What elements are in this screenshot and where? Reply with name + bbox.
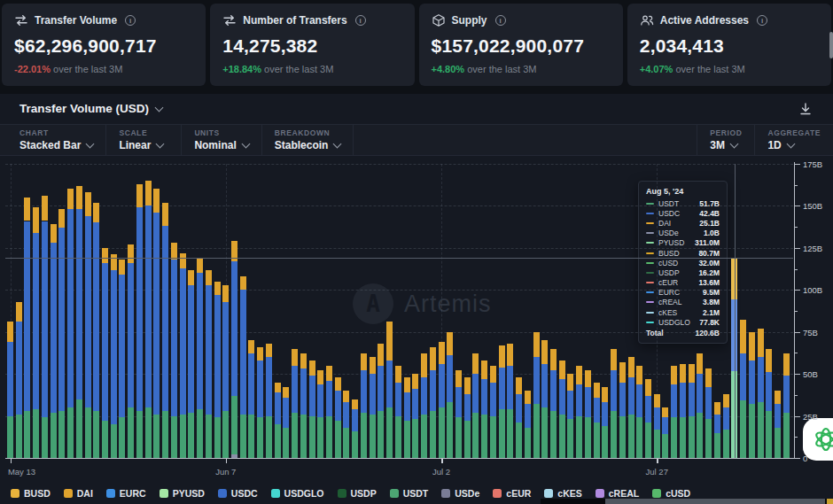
legend-item-ceur[interactable]: cEUR [493,488,531,499]
delta-percent: +4.07% [640,64,673,74]
series-color-dash [646,322,654,323]
legend-item-ckes[interactable]: cKES [544,488,581,499]
tooltip-series-name: USDP [658,268,698,277]
legend-label: PYUSD [173,488,205,499]
control-units[interactable]: UNITSNominal [182,125,261,155]
stat-card-delta: +4.80% over the last 3M [432,64,611,74]
info-icon[interactable]: i [125,15,136,26]
legend-item-usdc[interactable]: USDC [218,488,258,499]
delta-percent: +18.84% [222,64,261,74]
legend-label: BUSD [24,488,51,499]
tooltip-row-usdglo: USDGLO77.8K [646,317,720,327]
info-icon[interactable]: i [757,15,767,26]
vertical-scrollbar-thumb[interactable] [829,32,833,58]
tooltip-row-usde: USDe1.0B [646,229,720,238]
control-value: Linear [119,139,168,151]
tooltip-series-name: cREAL [658,298,703,306]
info-icon[interactable]: i [355,15,366,26]
tooltip-total-row: Total 120.6B [646,328,720,338]
legend-item-usde[interactable]: USDe [441,488,479,499]
transfer-arrows-icon [14,13,28,27]
horizontal-scrollbar-track[interactable] [541,499,833,504]
tooltip-series-value: 42.4B [699,209,720,218]
legend-label: USDe [455,488,479,499]
tooltip-series-value: 77.8K [699,318,720,327]
legend-label: cKES [557,488,581,499]
legend-label: cUSD [666,488,690,499]
legend-swatch [160,489,168,498]
download-button[interactable] [798,101,814,117]
control-aggregate[interactable]: AGGREGATE1D [754,125,833,155]
stat-card-title: Supply [452,14,487,27]
stat-card-value: $157,022,900,077 [432,35,611,57]
legend-item-usdt[interactable]: USDT [390,488,429,499]
control-label: BREAKDOWN [275,128,341,137]
series-color-dash [646,203,654,205]
tooltip-row-dai: DAI25.1B [646,218,720,228]
tooltip-series-name: BUSD [658,249,698,258]
chart-tooltip: Aug 5, '24 USDT51.7BUSDC42.4BDAI25.1BUSD… [638,181,728,344]
legend-item-creal[interactable]: cREAL [596,488,639,499]
legend-item-dai[interactable]: DAI [64,488,93,499]
chevron-down-icon [786,140,795,149]
tooltip-row-creal: cREAL3.8M [646,298,720,307]
legend-item-usdglo[interactable]: USDGLO [271,488,324,499]
tooltip-row-eurc: EURC9.5M [646,288,720,298]
package-icon [432,13,446,27]
legend-item-cusd[interactable]: cUSD [652,488,690,499]
tooltip-row-usdp: USDP16.2M [646,268,720,277]
series-color-dash [646,262,654,264]
tooltip-total-value: 120.6B [696,329,720,337]
legend-label: cREAL [609,488,639,499]
stat-card-title: Active Addresses [660,14,749,27]
legend-swatch [271,489,280,498]
stat-card-delta: +4.07% over the last 3M [640,64,819,74]
legend-label: EURC [120,488,146,499]
stat-card-transfer-volume: Transfer Volumei$62,296,900,717-22.01% o… [2,4,206,86]
stat-card-header: Supplyi [432,13,611,27]
tooltip-total-label: Total [646,329,696,337]
stat-card-supply: Supplyi$157,022,900,077+4.80% over the l… [419,4,623,86]
artemis-dashboard: Transfer Volumei$62,296,900,717-22.01% o… [0,0,833,504]
control-selected-value: Nominal [194,139,236,151]
series-color-dash [646,272,654,274]
info-icon[interactable]: i [495,15,506,26]
legend-label: USDC [231,488,258,499]
control-value: 1D [767,139,821,151]
control-chart[interactable]: CHARTStacked Bar [0,125,106,155]
legend-item-pyusd[interactable]: PYUSD [160,488,205,499]
series-color-dash [646,312,654,314]
chevron-down-icon [156,140,165,149]
tooltip-row-busd: BUSD80.7M [646,248,720,258]
metric-selector[interactable]: Transfer Volume (USD) [19,102,162,115]
legend-swatch [218,489,227,498]
stat-card-active-addresses: Active Addressesi2,034,413+4.07% over th… [627,4,831,86]
tooltip-date: Aug 5, '24 [646,187,720,196]
tooltip-series-value: 16.2M [698,268,720,277]
horizontal-scrollbar-thumb[interactable] [605,499,825,504]
legend-swatch [390,489,399,498]
chevron-down-icon [86,140,95,149]
legend-item-usdp[interactable]: USDP [338,488,377,499]
series-color-dash [646,242,654,244]
celo-flower-icon [811,424,833,454]
control-scale[interactable]: SCALELinear [106,125,182,155]
stat-card-value: 2,034,413 [640,35,819,57]
legend-swatch [441,489,450,498]
legend-item-busd[interactable]: BUSD [11,488,51,499]
tooltip-row-usdt: USDT51.7B [646,198,720,208]
celo-widget-button[interactable] [803,418,833,461]
control-label: AGGREGATE [767,128,821,137]
chevron-down-icon [241,140,250,149]
controls-spacer [354,125,697,155]
stat-cards-row: Transfer Volumei$62,296,900,717-22.01% o… [2,4,831,86]
chevron-down-icon [333,140,342,149]
control-breakdown[interactable]: BREAKDOWNStablecoin [262,125,354,155]
download-icon [798,101,814,117]
control-label: PERIOD [710,128,742,137]
control-period[interactable]: PERIOD3M [697,125,754,155]
legend-item-eurc[interactable]: EURC [106,488,146,499]
control-selected-value: 3M [710,139,725,151]
delta-percent: -22.01% [14,64,51,74]
tooltip-series-name: USDT [658,199,699,208]
